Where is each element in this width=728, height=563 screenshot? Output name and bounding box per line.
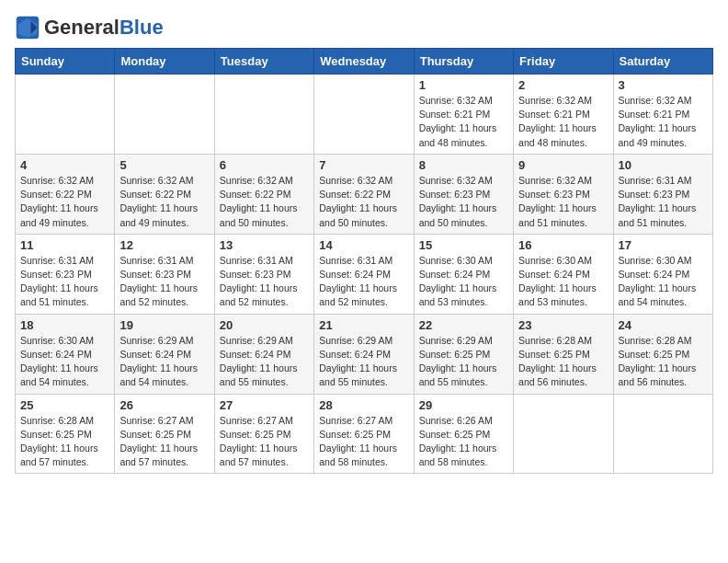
column-header-sunday: Sunday xyxy=(16,49,115,75)
day-number: 25 xyxy=(20,398,109,412)
day-info: Sunrise: 6:27 AM Sunset: 6:25 PM Dayligh… xyxy=(220,414,309,470)
calendar-cell: 10Sunrise: 6:31 AM Sunset: 6:23 PM Dayli… xyxy=(613,154,712,234)
day-number: 13 xyxy=(220,238,309,252)
day-info: Sunrise: 6:28 AM Sunset: 6:25 PM Dayligh… xyxy=(619,334,708,390)
logo: GeneralBlue xyxy=(15,15,164,40)
day-info: Sunrise: 6:28 AM Sunset: 6:25 PM Dayligh… xyxy=(20,414,109,470)
calendar-cell: 5Sunrise: 6:32 AM Sunset: 6:22 PM Daylig… xyxy=(115,154,214,234)
calendar-week-row: 18Sunrise: 6:30 AM Sunset: 6:24 PM Dayli… xyxy=(16,314,713,394)
day-info: Sunrise: 6:32 AM Sunset: 6:23 PM Dayligh… xyxy=(419,174,508,230)
column-header-friday: Friday xyxy=(514,49,613,75)
calendar-cell: 16Sunrise: 6:30 AM Sunset: 6:24 PM Dayli… xyxy=(514,234,613,314)
calendar: SundayMondayTuesdayWednesdayThursdayFrid… xyxy=(15,48,713,474)
day-number: 17 xyxy=(619,238,708,252)
day-number: 3 xyxy=(619,78,708,92)
calendar-cell: 6Sunrise: 6:32 AM Sunset: 6:22 PM Daylig… xyxy=(214,154,313,234)
day-info: Sunrise: 6:26 AM Sunset: 6:25 PM Dayligh… xyxy=(419,414,508,470)
calendar-cell: 25Sunrise: 6:28 AM Sunset: 6:25 PM Dayli… xyxy=(16,394,115,474)
calendar-cell: 18Sunrise: 6:30 AM Sunset: 6:24 PM Dayli… xyxy=(16,314,115,394)
calendar-cell: 21Sunrise: 6:29 AM Sunset: 6:24 PM Dayli… xyxy=(314,314,414,394)
calendar-cell xyxy=(514,394,613,474)
calendar-cell xyxy=(16,75,115,155)
calendar-week-row: 11Sunrise: 6:31 AM Sunset: 6:23 PM Dayli… xyxy=(16,234,713,314)
day-info: Sunrise: 6:27 AM Sunset: 6:25 PM Dayligh… xyxy=(319,414,408,470)
calendar-cell: 12Sunrise: 6:31 AM Sunset: 6:23 PM Dayli… xyxy=(115,234,214,314)
calendar-cell: 9Sunrise: 6:32 AM Sunset: 6:23 PM Daylig… xyxy=(514,154,613,234)
calendar-cell: 26Sunrise: 6:27 AM Sunset: 6:25 PM Dayli… xyxy=(115,394,214,474)
day-number: 15 xyxy=(419,238,508,252)
calendar-cell: 22Sunrise: 6:29 AM Sunset: 6:25 PM Dayli… xyxy=(414,314,513,394)
day-number: 21 xyxy=(319,318,408,332)
day-info: Sunrise: 6:32 AM Sunset: 6:22 PM Dayligh… xyxy=(220,174,309,230)
column-header-wednesday: Wednesday xyxy=(314,49,414,75)
day-number: 23 xyxy=(518,318,608,332)
calendar-cell: 4Sunrise: 6:32 AM Sunset: 6:22 PM Daylig… xyxy=(16,154,115,234)
day-info: Sunrise: 6:31 AM Sunset: 6:23 PM Dayligh… xyxy=(619,174,708,230)
day-info: Sunrise: 6:32 AM Sunset: 6:21 PM Dayligh… xyxy=(518,94,608,150)
day-info: Sunrise: 6:29 AM Sunset: 6:24 PM Dayligh… xyxy=(119,334,209,390)
day-number: 11 xyxy=(20,238,109,252)
column-header-thursday: Thursday xyxy=(414,49,513,75)
day-info: Sunrise: 6:30 AM Sunset: 6:24 PM Dayligh… xyxy=(419,254,508,310)
day-info: Sunrise: 6:29 AM Sunset: 6:24 PM Dayligh… xyxy=(220,334,309,390)
calendar-cell: 29Sunrise: 6:26 AM Sunset: 6:25 PM Dayli… xyxy=(414,394,513,474)
day-number: 2 xyxy=(518,78,608,92)
day-info: Sunrise: 6:32 AM Sunset: 6:23 PM Dayligh… xyxy=(518,174,608,230)
day-number: 10 xyxy=(619,158,708,172)
day-info: Sunrise: 6:31 AM Sunset: 6:23 PM Dayligh… xyxy=(220,254,309,310)
calendar-cell: 23Sunrise: 6:28 AM Sunset: 6:25 PM Dayli… xyxy=(514,314,613,394)
day-number: 19 xyxy=(119,318,209,332)
day-number: 4 xyxy=(20,158,109,172)
day-number: 8 xyxy=(419,158,508,172)
calendar-cell xyxy=(214,75,313,155)
calendar-cell xyxy=(115,75,214,155)
calendar-week-row: 4Sunrise: 6:32 AM Sunset: 6:22 PM Daylig… xyxy=(16,154,713,234)
day-number: 22 xyxy=(419,318,508,332)
day-info: Sunrise: 6:27 AM Sunset: 6:25 PM Dayligh… xyxy=(119,414,209,470)
calendar-cell: 13Sunrise: 6:31 AM Sunset: 6:23 PM Dayli… xyxy=(214,234,313,314)
day-info: Sunrise: 6:32 AM Sunset: 6:22 PM Dayligh… xyxy=(20,174,109,230)
logo-icon xyxy=(15,15,40,40)
column-header-monday: Monday xyxy=(115,49,214,75)
calendar-cell: 24Sunrise: 6:28 AM Sunset: 6:25 PM Dayli… xyxy=(613,314,712,394)
day-number: 6 xyxy=(220,158,309,172)
calendar-header-row: SundayMondayTuesdayWednesdayThursdayFrid… xyxy=(16,49,713,75)
calendar-week-row: 25Sunrise: 6:28 AM Sunset: 6:25 PM Dayli… xyxy=(16,394,713,474)
day-number: 1 xyxy=(419,78,508,92)
calendar-cell: 2Sunrise: 6:32 AM Sunset: 6:21 PM Daylig… xyxy=(514,75,613,155)
day-info: Sunrise: 6:30 AM Sunset: 6:24 PM Dayligh… xyxy=(518,254,608,310)
day-info: Sunrise: 6:31 AM Sunset: 6:23 PM Dayligh… xyxy=(20,254,109,310)
calendar-cell: 28Sunrise: 6:27 AM Sunset: 6:25 PM Dayli… xyxy=(314,394,414,474)
calendar-cell: 1Sunrise: 6:32 AM Sunset: 6:21 PM Daylig… xyxy=(414,75,513,155)
calendar-cell: 14Sunrise: 6:31 AM Sunset: 6:24 PM Dayli… xyxy=(314,234,414,314)
calendar-cell xyxy=(314,75,414,155)
day-number: 29 xyxy=(419,398,508,412)
day-info: Sunrise: 6:28 AM Sunset: 6:25 PM Dayligh… xyxy=(518,334,608,390)
day-number: 12 xyxy=(119,238,209,252)
day-number: 9 xyxy=(518,158,608,172)
day-number: 28 xyxy=(319,398,408,412)
calendar-cell: 19Sunrise: 6:29 AM Sunset: 6:24 PM Dayli… xyxy=(115,314,214,394)
day-number: 5 xyxy=(119,158,209,172)
column-header-saturday: Saturday xyxy=(613,49,712,75)
calendar-cell: 20Sunrise: 6:29 AM Sunset: 6:24 PM Dayli… xyxy=(214,314,313,394)
day-number: 16 xyxy=(518,238,608,252)
calendar-cell: 11Sunrise: 6:31 AM Sunset: 6:23 PM Dayli… xyxy=(16,234,115,314)
page-header: GeneralBlue xyxy=(15,15,713,40)
calendar-cell: 15Sunrise: 6:30 AM Sunset: 6:24 PM Dayli… xyxy=(414,234,513,314)
day-info: Sunrise: 6:32 AM Sunset: 6:22 PM Dayligh… xyxy=(319,174,408,230)
calendar-cell: 27Sunrise: 6:27 AM Sunset: 6:25 PM Dayli… xyxy=(214,394,313,474)
day-number: 14 xyxy=(319,238,408,252)
day-number: 18 xyxy=(20,318,109,332)
day-info: Sunrise: 6:32 AM Sunset: 6:21 PM Dayligh… xyxy=(419,94,508,150)
day-number: 24 xyxy=(619,318,708,332)
day-number: 27 xyxy=(220,398,309,412)
logo-text: GeneralBlue xyxy=(44,16,164,39)
day-number: 7 xyxy=(319,158,408,172)
day-info: Sunrise: 6:32 AM Sunset: 6:22 PM Dayligh… xyxy=(119,174,209,230)
day-number: 26 xyxy=(119,398,209,412)
day-info: Sunrise: 6:31 AM Sunset: 6:24 PM Dayligh… xyxy=(319,254,408,310)
calendar-cell: 17Sunrise: 6:30 AM Sunset: 6:24 PM Dayli… xyxy=(613,234,712,314)
day-info: Sunrise: 6:29 AM Sunset: 6:24 PM Dayligh… xyxy=(319,334,408,390)
calendar-week-row: 1Sunrise: 6:32 AM Sunset: 6:21 PM Daylig… xyxy=(16,75,713,155)
